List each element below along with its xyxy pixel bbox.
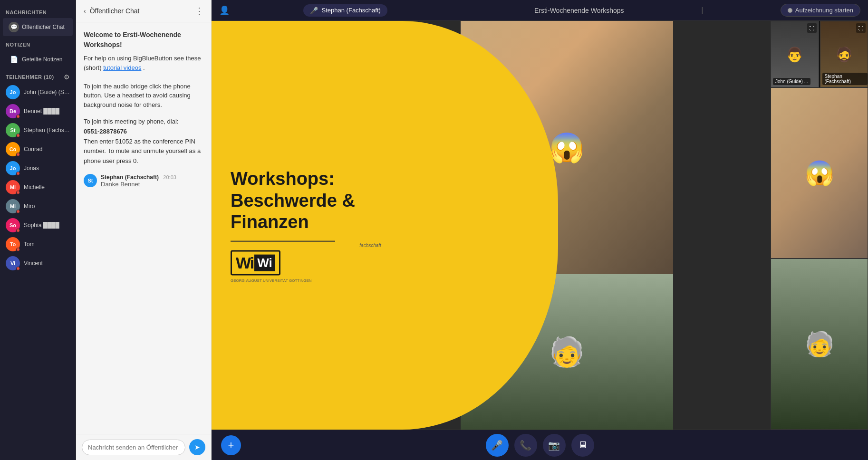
participant-name-tom: Tom [24, 241, 35, 248]
participant-name-bennet: Bennet ████ [24, 108, 59, 115]
pin-text: Then enter 51052 as the conference PIN n… [84, 138, 201, 165]
status-dot-miro [16, 210, 20, 213]
top-bar: 👤 🎤 Stephan (Fachschaft) Ersti-Wochenend… [212, 0, 868, 21]
video-thumbnails: 👨 ⛶ John (Guide) ... 🧔 ⛶ Stephan (Fachsc… [771, 21, 868, 430]
topbar-pipe: | [701, 6, 703, 15]
chat-message-stephan: St Stephan (Fachschaft) 20:03 Danke Benn… [84, 174, 203, 188]
avatar-sophia: So [6, 218, 20, 232]
notes-icon: 📄 [9, 54, 19, 65]
welcome-audio-text: To join the audio bridge click the phone… [84, 83, 191, 108]
active-speaker-name: Stephan (Fachschaft) [322, 7, 381, 14]
video-area: Workshops: Beschwerde & Finanzen Wi Wi f… [212, 21, 868, 430]
meeting-title: Ersti-Wochenende Workshops [534, 7, 624, 14]
avatar-miro: Mi [6, 199, 20, 213]
status-dot-sophia [16, 229, 20, 232]
meme-yelling-thumb: 😱 [771, 88, 868, 258]
participant-michelle[interactable]: Mi Michelle [0, 178, 76, 197]
phone-intro: To join this meeting by phone, dial: [84, 118, 178, 125]
profile-icon[interactable]: 👤 [219, 5, 230, 16]
slide-title-line1: Workshops: [231, 168, 355, 190]
welcome-message: Welcome to Ersti-Wochenende Workshops! F… [84, 30, 203, 109]
slide-title-line2: Beschwerde & [231, 190, 355, 211]
participant-john[interactable]: Jo John (Guide) (Sie) [0, 83, 76, 102]
participant-name-miro: Miro [24, 203, 35, 210]
chat-input[interactable] [82, 440, 185, 455]
status-dot-vincent [16, 267, 20, 270]
notizen-label: NOTIZEN [0, 37, 76, 49]
msg-content-stephan: Stephan (Fachschaft) 20:03 Danke Bennet [101, 174, 176, 188]
record-label: Aufzeichnung starten [795, 7, 853, 14]
sender-name: Stephan (Fachschaft) [101, 174, 159, 181]
welcome-heading: Welcome to Ersti-Wochenende Workshops! [84, 30, 203, 50]
welcome-period: . [143, 64, 145, 71]
chat-icon: 💬 [9, 22, 19, 32]
avatar-john: Jo [6, 85, 20, 99]
chat-avatar-stephan: St [84, 174, 97, 187]
phone-number: 0551-28878676 [84, 128, 127, 135]
more-options-icon[interactable]: ⋮ [195, 6, 203, 16]
thumb-meme-yelling: 😱 [771, 87, 868, 259]
record-button[interactable]: Aufzeichnung starten [781, 4, 860, 17]
public-chat-nav-item[interactable]: 💬 Öffentlicher Chat [3, 18, 73, 36]
logo-wi-big: Wi [236, 253, 253, 272]
avatar-conrad: Co [6, 142, 20, 156]
participant-jonas[interactable]: Jo Jonas [0, 159, 76, 178]
back-arrow-icon[interactable]: ‹ [84, 7, 86, 15]
chat-header-title: Öffentlicher Chat [90, 7, 195, 15]
avatar-vincent: Vi [6, 256, 20, 270]
chat-panel: ‹ Öffentlicher Chat ⋮ Welcome to Ersti-W… [76, 0, 212, 460]
participant-stephan[interactable]: St Stephan (Fachschaft) [0, 121, 76, 140]
shared-notes-item[interactable]: 📄 Geteilte Notizen [3, 50, 73, 68]
tutorial-videos-link[interactable]: tutorial videos [103, 64, 141, 71]
slide-divider [231, 240, 335, 241]
gear-icon[interactable]: ⚙ [64, 73, 70, 81]
slide-logo: Wi Wi fachschaft [231, 250, 355, 275]
nachrichten-label: NACHRICHTEN [0, 5, 76, 17]
welcome-text1: For help on using BigBlueButton see thes… [84, 55, 201, 71]
sidebar: NACHRICHTEN 💬 Öffentlicher Chat NOTIZEN … [0, 0, 76, 460]
thumb-meme-bernie: 🧓 [771, 259, 868, 430]
status-dot-stephan [16, 134, 20, 137]
chat-messages: Welcome to Ersti-Wochenende Workshops! F… [76, 22, 211, 434]
thumb-stephan: 🧔 ⛶ Stephan (Fachschaft) [820, 21, 868, 87]
stephan-thumb-label: Stephan (Fachschaft) [822, 73, 868, 85]
participant-conrad[interactable]: Co Conrad [0, 140, 76, 159]
participant-sophia[interactable]: So Sophia ████ [0, 216, 76, 235]
presentation-slide: Workshops: Beschwerde & Finanzen Wi Wi f… [212, 21, 771, 430]
participant-miro[interactable]: Mi Miro [0, 197, 76, 216]
add-button[interactable]: + [221, 435, 241, 455]
msg-time: 20:03 [163, 174, 176, 180]
status-dot-jonas [16, 172, 20, 175]
participant-tom[interactable]: To Tom [0, 235, 76, 254]
thumb-row-top: 👨 ⛶ John (Guide) ... 🧔 ⛶ Stephan (Fachsc… [771, 21, 868, 87]
screen-share-button[interactable]: 🖥 [571, 434, 594, 457]
logo-fachschaft-text: fachschaft [359, 242, 381, 248]
avatar-jonas: Jo [6, 161, 20, 175]
avatar-tom: To [6, 237, 20, 251]
john-thumb-label: John (Guide) ... [773, 78, 810, 85]
chat-header: ‹ Öffentlicher Chat ⋮ [76, 0, 211, 22]
public-chat-label: Öffentlicher Chat [22, 24, 65, 30]
teilnehmer-label: TEILNEHMER (10) [6, 74, 54, 80]
logo-box: Wi Wi [231, 250, 280, 275]
record-dot-icon [788, 8, 792, 13]
status-dot-conrad [16, 153, 20, 156]
expand-john-button[interactable]: ⛶ [807, 23, 817, 33]
bottom-bar: + 🎤 📞 📷 🖥 [212, 430, 868, 460]
avatar-michelle: Mi [6, 180, 20, 194]
participant-name-john: John (Guide) (Sie) [24, 89, 70, 96]
mic-active-icon: 🎤 [310, 7, 318, 14]
phone-button[interactable]: 📞 [514, 434, 537, 457]
participant-name-jonas: Jonas [24, 165, 39, 172]
status-dot-tom [16, 248, 20, 251]
camera-button[interactable]: 📷 [543, 434, 566, 457]
status-dot-michelle [16, 191, 20, 194]
mic-button[interactable]: 🎤 [486, 434, 509, 457]
presentation-area: Workshops: Beschwerde & Finanzen Wi Wi f… [212, 21, 771, 430]
expand-stephan-button[interactable]: ⛶ [856, 23, 866, 33]
msg-sender: Stephan (Fachschaft) 20:03 [101, 174, 176, 181]
send-button[interactable]: ➤ [189, 439, 205, 455]
participant-vincent[interactable]: Vi Vincent [0, 254, 76, 273]
participant-name-michelle: Michelle [24, 184, 45, 191]
participant-bennet[interactable]: Be Bennet ████ [0, 102, 76, 121]
